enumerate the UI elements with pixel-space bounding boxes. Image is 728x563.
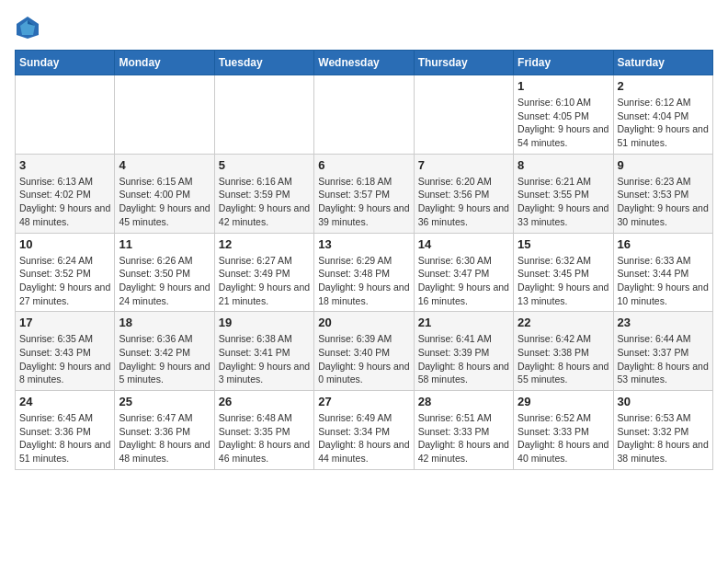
weekday-header-monday: Monday [115,51,214,75]
day-number: 15 [518,237,609,251]
calendar-cell: 29Sunrise: 6:52 AMSunset: 3:33 PMDayligh… [514,391,613,470]
day-number: 7 [418,158,509,172]
day-info: Sunrise: 6:20 AMSunset: 3:56 PMDaylight:… [418,175,509,229]
calendar-cell: 14Sunrise: 6:30 AMSunset: 3:47 PMDayligh… [414,233,513,312]
day-info: Sunrise: 6:29 AMSunset: 3:48 PMDaylight:… [318,254,409,308]
calendar-cell: 24Sunrise: 6:45 AMSunset: 3:36 PMDayligh… [16,391,115,470]
day-info: Sunrise: 6:23 AMSunset: 3:53 PMDaylight:… [618,175,709,229]
day-number: 3 [19,158,110,172]
calendar-cell: 8Sunrise: 6:21 AMSunset: 3:55 PMDaylight… [514,154,613,233]
day-number: 9 [618,158,709,172]
day-info: Sunrise: 6:45 AMSunset: 3:36 PMDaylight:… [19,411,110,465]
day-info: Sunrise: 6:48 AMSunset: 3:35 PMDaylight:… [219,411,310,465]
day-info: Sunrise: 6:53 AMSunset: 3:32 PMDaylight:… [618,411,709,465]
calendar-cell: 5Sunrise: 6:16 AMSunset: 3:59 PMDaylight… [214,154,313,233]
day-number: 5 [219,158,310,172]
calendar-cell: 30Sunrise: 6:53 AMSunset: 3:32 PMDayligh… [613,391,712,470]
day-number: 19 [219,316,310,329]
day-number: 8 [518,158,609,172]
weekday-header-saturday: Saturday [613,51,712,75]
day-number: 30 [618,395,709,408]
day-info: Sunrise: 6:21 AMSunset: 3:55 PMDaylight:… [518,175,609,229]
day-number: 24 [19,395,110,408]
calendar-cell: 19Sunrise: 6:38 AMSunset: 3:41 PMDayligh… [214,312,313,391]
day-info: Sunrise: 6:47 AMSunset: 3:36 PMDaylight:… [119,411,210,465]
day-info: Sunrise: 6:27 AMSunset: 3:49 PMDaylight:… [219,254,310,308]
calendar-cell: 12Sunrise: 6:27 AMSunset: 3:49 PMDayligh… [214,233,313,312]
calendar-cell: 18Sunrise: 6:36 AMSunset: 3:42 PMDayligh… [115,312,214,391]
page-header [15,15,713,40]
day-info: Sunrise: 6:26 AMSunset: 3:50 PMDaylight:… [119,254,210,308]
calendar-cell [414,75,513,155]
day-info: Sunrise: 6:35 AMSunset: 3:43 PMDaylight:… [19,332,110,386]
day-info: Sunrise: 6:51 AMSunset: 3:33 PMDaylight:… [418,411,509,465]
calendar-cell: 27Sunrise: 6:49 AMSunset: 3:34 PMDayligh… [314,391,414,470]
day-number: 21 [418,316,509,329]
calendar-week-1: 1Sunrise: 6:10 AMSunset: 4:05 PMDaylight… [16,75,713,155]
calendar-cell: 23Sunrise: 6:44 AMSunset: 3:37 PMDayligh… [613,312,712,391]
calendar-table: SundayMondayTuesdayWednesdayThursdayFrid… [15,50,713,470]
day-info: Sunrise: 6:44 AMSunset: 3:37 PMDaylight:… [618,332,709,386]
calendar-week-4: 17Sunrise: 6:35 AMSunset: 3:43 PMDayligh… [16,312,713,391]
weekday-header-friday: Friday [514,51,613,75]
day-info: Sunrise: 6:36 AMSunset: 3:42 PMDaylight:… [119,332,210,386]
calendar-cell: 3Sunrise: 6:13 AMSunset: 4:02 PMDaylight… [16,154,115,233]
calendar-cell: 25Sunrise: 6:47 AMSunset: 3:36 PMDayligh… [115,391,214,470]
calendar-cell: 15Sunrise: 6:32 AMSunset: 3:45 PMDayligh… [514,233,613,312]
day-info: Sunrise: 6:52 AMSunset: 3:33 PMDaylight:… [518,411,609,465]
day-info: Sunrise: 6:10 AMSunset: 4:05 PMDaylight:… [518,96,609,150]
calendar-cell: 17Sunrise: 6:35 AMSunset: 3:43 PMDayligh… [16,312,115,391]
calendar-cell [115,75,214,155]
day-info: Sunrise: 6:32 AMSunset: 3:45 PMDaylight:… [518,254,609,308]
calendar-cell [314,75,414,155]
calendar-week-2: 3Sunrise: 6:13 AMSunset: 4:02 PMDaylight… [16,154,713,233]
day-info: Sunrise: 6:33 AMSunset: 3:44 PMDaylight:… [618,254,709,308]
calendar-cell: 22Sunrise: 6:42 AMSunset: 3:38 PMDayligh… [514,312,613,391]
calendar-cell: 7Sunrise: 6:20 AMSunset: 3:56 PMDaylight… [414,154,513,233]
calendar-cell: 13Sunrise: 6:29 AMSunset: 3:48 PMDayligh… [314,233,414,312]
calendar-week-3: 10Sunrise: 6:24 AMSunset: 3:52 PMDayligh… [16,233,713,312]
day-info: Sunrise: 6:39 AMSunset: 3:40 PMDaylight:… [318,332,409,386]
logo [15,15,44,40]
day-number: 2 [618,79,709,93]
day-number: 28 [418,395,509,408]
day-number: 6 [318,158,409,172]
calendar-cell: 21Sunrise: 6:41 AMSunset: 3:39 PMDayligh… [414,312,513,391]
day-number: 4 [119,158,210,172]
day-info: Sunrise: 6:12 AMSunset: 4:04 PMDaylight:… [618,96,709,150]
day-number: 25 [119,395,210,408]
calendar-cell: 16Sunrise: 6:33 AMSunset: 3:44 PMDayligh… [613,233,712,312]
day-number: 27 [318,395,409,408]
day-number: 22 [518,316,609,329]
calendar-week-5: 24Sunrise: 6:45 AMSunset: 3:36 PMDayligh… [16,391,713,470]
weekday-header-thursday: Thursday [414,51,513,75]
day-info: Sunrise: 6:18 AMSunset: 3:57 PMDaylight:… [318,175,409,229]
day-number: 20 [318,316,409,329]
calendar-cell [16,75,115,155]
day-info: Sunrise: 6:38 AMSunset: 3:41 PMDaylight:… [219,332,310,386]
day-number: 10 [19,237,110,251]
day-info: Sunrise: 6:13 AMSunset: 4:02 PMDaylight:… [19,175,110,229]
day-number: 11 [119,237,210,251]
day-info: Sunrise: 6:41 AMSunset: 3:39 PMDaylight:… [418,332,509,386]
weekday-header-sunday: Sunday [16,51,115,75]
calendar-cell: 2Sunrise: 6:12 AMSunset: 4:04 PMDaylight… [613,75,712,155]
calendar-cell: 11Sunrise: 6:26 AMSunset: 3:50 PMDayligh… [115,233,214,312]
logo-icon [15,15,40,40]
day-info: Sunrise: 6:15 AMSunset: 4:00 PMDaylight:… [119,175,210,229]
day-number: 23 [618,316,709,329]
day-number: 1 [518,79,609,93]
day-number: 12 [219,237,310,251]
day-info: Sunrise: 6:30 AMSunset: 3:47 PMDaylight:… [418,254,509,308]
weekday-header-row: SundayMondayTuesdayWednesdayThursdayFrid… [16,51,713,75]
day-info: Sunrise: 6:42 AMSunset: 3:38 PMDaylight:… [518,332,609,386]
weekday-header-tuesday: Tuesday [214,51,313,75]
calendar-cell: 9Sunrise: 6:23 AMSunset: 3:53 PMDaylight… [613,154,712,233]
day-info: Sunrise: 6:49 AMSunset: 3:34 PMDaylight:… [318,411,409,465]
calendar-cell: 26Sunrise: 6:48 AMSunset: 3:35 PMDayligh… [214,391,313,470]
day-number: 17 [19,316,110,329]
day-info: Sunrise: 6:16 AMSunset: 3:59 PMDaylight:… [219,175,310,229]
calendar-cell: 6Sunrise: 6:18 AMSunset: 3:57 PMDaylight… [314,154,414,233]
day-number: 18 [119,316,210,329]
calendar-cell: 20Sunrise: 6:39 AMSunset: 3:40 PMDayligh… [314,312,414,391]
